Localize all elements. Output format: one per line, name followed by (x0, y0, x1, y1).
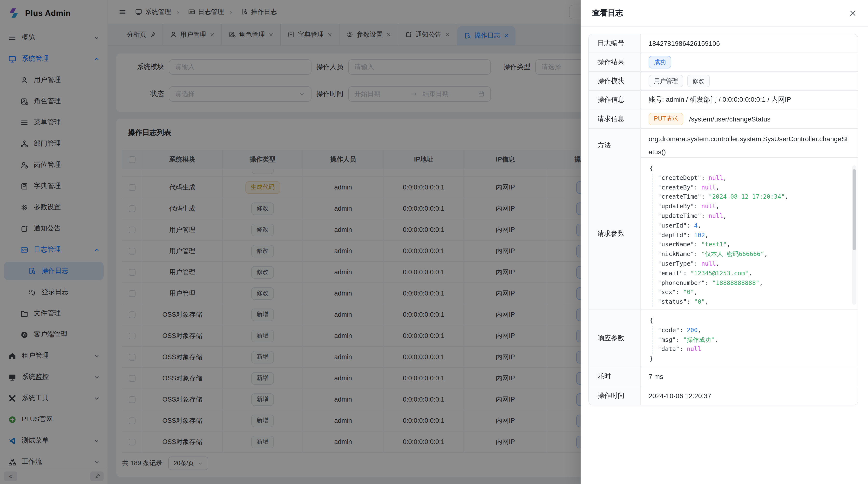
drawer-title: 查看日志 (592, 8, 623, 18)
field-label: 耗时 (589, 367, 641, 386)
json-line: "updateTime": null, (650, 211, 851, 221)
json-line: "createTime": "2024-08-12 17:20:34", (650, 192, 851, 202)
field-label: 日志编号 (589, 34, 641, 53)
drawer-header: 查看日志 (581, 0, 868, 27)
request-params-json: {"createDept": null,"createBy": null,"cr… (649, 158, 851, 306)
cost-value: 7 ms (641, 367, 858, 386)
json-line: { (650, 316, 851, 325)
method-value: org.dromara.system.controller.system.Sys… (649, 129, 851, 162)
json-line: "updateBy": null, (650, 201, 851, 211)
field-label: 操作结果 (589, 53, 641, 71)
json-line: "deptId": 102, (650, 230, 851, 240)
scrollbar-thumb[interactable] (852, 169, 856, 250)
log-detail-table: 日志编号 1842781986426159106 操作结果 成功 操作模块 用户… (588, 34, 858, 406)
json-line: { (650, 163, 851, 173)
field-label: 操作信息 (589, 91, 641, 109)
operation-time-value: 2024-10-06 12:20:37 (641, 386, 858, 405)
close-icon[interactable] (849, 10, 857, 17)
json-line: "userType": null, (650, 259, 851, 268)
result-tag: 成功 (649, 56, 671, 68)
json-line: "msg": "操作成功", (650, 335, 851, 345)
operation-info-value: 账号: admin / 研发部门 / 0:0:0:0:0:0:0:1 / 内网I… (641, 91, 858, 109)
module-tag: 用户管理 (649, 75, 683, 87)
json-line: "phonenumber": "18888888888", (650, 278, 851, 288)
field-label: 请求信息 (589, 109, 641, 128)
json-line: "code": 200, (650, 325, 851, 335)
json-line: "status": "0", (650, 297, 851, 306)
module-tag: 修改 (687, 75, 710, 87)
json-line: "sex": "0", (650, 288, 851, 297)
field-label: 操作时间 (589, 386, 641, 405)
log-id-value: 1842781986426159106 (641, 34, 858, 53)
json-line: } (650, 354, 851, 363)
json-line: "data": null (650, 345, 851, 354)
json-line: "userName": "test1", (650, 240, 851, 250)
json-line: "email": "12345@1253.com", (650, 268, 851, 278)
json-line: "createBy": null, (650, 183, 851, 192)
field-label: 操作模块 (589, 72, 641, 90)
app-window: Plus Admin 概览 系统管理 用户管理 (0, 0, 868, 484)
field-label: 响应参数 (589, 310, 641, 367)
field-label: 请求参数 (589, 158, 641, 310)
request-url: /system/user/changeStatus (689, 115, 771, 123)
json-line: "userId": 4, (650, 221, 851, 230)
response-params-json: {"code": 200,"msg": "操作成功","data": null} (649, 310, 851, 363)
json-line: "createDept": null, (650, 173, 851, 183)
json-line: "nickName": "仅本人 密码666666", (650, 249, 851, 259)
http-method-tag: PUT请求 (649, 112, 683, 125)
field-label: 方法 (589, 129, 641, 162)
indent-guide (652, 326, 652, 354)
indent-guide (652, 173, 652, 306)
view-log-drawer: 查看日志 日志编号 1842781986426159106 操作结果 成功 操作… (581, 0, 868, 484)
